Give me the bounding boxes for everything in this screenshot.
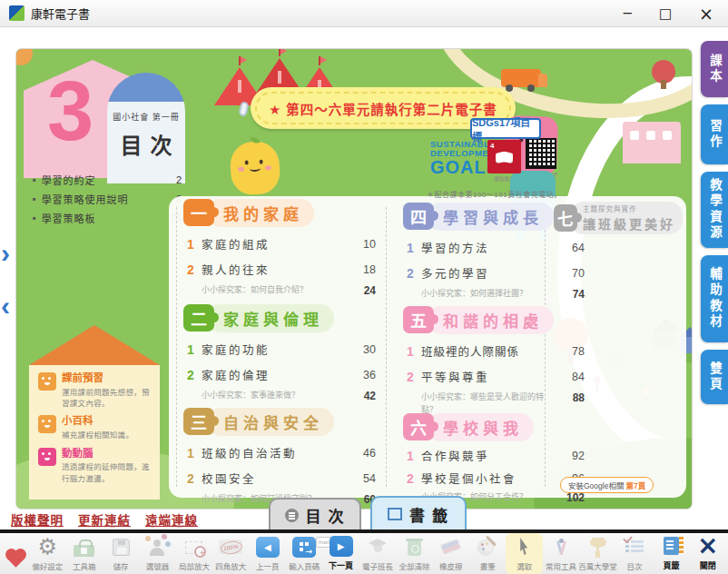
corner-zoom-icon: 100% — [219, 539, 242, 554]
tab-workbook[interactable]: 習作 — [701, 104, 728, 164]
front-matter-item[interactable]: 學習的約定 2 — [33, 173, 182, 187]
toolbar-eraser[interactable]: 橡皮擦 — [433, 533, 469, 574]
toolbar-corner-zoom[interactable]: 100% 四角放大 — [212, 533, 249, 574]
preview-mascot-icon — [38, 372, 56, 391]
toc-entry[interactable]: 1 班級的自治活動 46 — [183, 444, 376, 461]
bookmark-icon — [388, 508, 402, 520]
front-matter-label: 學習策略板 — [42, 211, 96, 225]
unit-number-badge: 三 — [183, 408, 214, 435]
toc-entry[interactable]: 2 多元的學習 70 — [403, 264, 585, 282]
notebook-tabs-icon — [664, 537, 679, 555]
sdg4-education-tile: 4 — [487, 140, 521, 173]
legend-title: 動動腦 — [62, 448, 151, 460]
toc-entry[interactable]: 1 家庭的組成 10 — [183, 235, 376, 252]
tab-bookmarks[interactable]: 書籤 — [370, 496, 467, 530]
toc-entry[interactable]: 2 平等與尊重 84 — [403, 368, 585, 385]
toolbar-page-input[interactable]: menu 輸入頁碼 — [286, 533, 322, 574]
entry-number: 2 — [187, 262, 202, 277]
toolbar-pen[interactable]: 畫筆 — [469, 533, 506, 574]
flag-icon — [239, 56, 241, 65]
toolbar-prev-page[interactable]: ◀ 上一頁 — [250, 533, 286, 574]
grade-number: 3 — [47, 69, 93, 153]
entry-page: 102 — [557, 491, 585, 504]
toc-entry-explorer[interactable]: 小小探究家：如何自我介紹？ 24 — [183, 284, 376, 297]
tab-textbook[interactable]: 課本 — [701, 41, 728, 97]
entry-page: 78 — [557, 345, 585, 358]
toolbar-class-leader[interactable]: 電子班長 — [359, 533, 396, 574]
entry-number: 2 — [407, 471, 421, 486]
tab-label: 書籤 — [409, 503, 455, 526]
front-matter-item[interactable]: 學習策略使用說明 6 — [33, 192, 182, 206]
book-page: 3 上 國小社會 第一冊 目次 ★ 第四～六單元請執行第二片電子書 SDGs17… — [16, 49, 692, 509]
toolbar-preferences[interactable]: ⚙ 偏好設定 — [29, 533, 65, 574]
toc-entry-explorer[interactable]: 小小探究家：家事誰來做？ 42 — [183, 390, 376, 402]
entry-number: 2 — [187, 471, 202, 486]
toolbar-select[interactable]: 選取 — [506, 533, 542, 574]
tab-table-of-contents[interactable]: 目次 — [269, 498, 361, 530]
toc-entry[interactable]: 2 家庭的倫理 36 — [183, 366, 376, 383]
toc-entry-explorer[interactable]: 小小探究家：如何選擇社團？ 74 — [403, 288, 585, 301]
minimize-button[interactable]: ─ — [624, 0, 632, 27]
toolbar-red-marker[interactable] — [2, 533, 29, 574]
toolbar-close[interactable]: × 關閉 — [690, 533, 726, 574]
entry-number: 1 — [407, 449, 421, 463]
tab-supplementary-materials[interactable]: 輔助教材 — [701, 255, 728, 342]
unit-title: 學校與我 — [443, 421, 523, 438]
unit-number-badge: 七 — [554, 204, 577, 232]
brainstorm-mascot-icon — [38, 448, 56, 466]
unit-number-badge: 四 — [403, 203, 434, 230]
copyright-link[interactable]: 版權聲明 — [11, 510, 64, 529]
trash-icon — [408, 541, 421, 556]
toc-entry[interactable]: 2 學校是個小社會 96 — [403, 470, 585, 487]
chevron-left-icon[interactable]: ‹ — [1, 292, 15, 320]
legend-title: 課前預習 — [62, 372, 151, 385]
legend-desc: 補充課程相關知識。 — [62, 430, 133, 440]
unit-number-badge: 五 — [403, 306, 434, 333]
truck — [501, 69, 541, 87]
maximize-button[interactable]: □ — [659, 0, 672, 27]
entry-title: 親人的往來 — [202, 261, 349, 278]
toolbar-common-tools[interactable]: 常用工具 — [543, 533, 579, 574]
remote-connection-link[interactable]: 遠端連線 — [145, 510, 198, 529]
entry-page: 36 — [349, 369, 376, 381]
entry-title: 家庭的組成 — [202, 235, 349, 252]
toc-entry[interactable]: 1 合作與競爭 92 — [403, 447, 585, 464]
entry-page: 88 — [557, 391, 585, 404]
toc-entry[interactable]: 2 校園安全 54 — [183, 470, 376, 487]
tab-teaching-resources[interactable]: 教學資源 — [701, 172, 728, 248]
update-link[interactable]: 更新連結 — [78, 510, 131, 529]
badge-page-ref: 第7頁 — [625, 480, 645, 490]
entry-page: 84 — [557, 371, 585, 383]
toolbar-clear-all[interactable]: 全部清除 — [396, 533, 432, 574]
toolbar-quiz-game[interactable]: 百萬大學堂 — [579, 533, 615, 574]
toolbar-page-tabs[interactable]: 頁籤 — [653, 533, 689, 574]
sdgs-goals-button[interactable]: SDGs17項目標 — [470, 118, 541, 139]
unit-block-5: 五 和諧的相處 1 班級裡的人際關係 78 2 平等與尊重 84 小小探究家：哪… — [403, 305, 585, 416]
unit-title: 和諧的相處 — [443, 313, 543, 331]
front-matter-item[interactable]: 學習策略板 25 — [33, 211, 182, 225]
list-icon — [625, 539, 644, 555]
toolbar-save[interactable]: 儲存 — [103, 533, 139, 574]
toc-entry[interactable]: 1 班級裡的人際關係 78 — [403, 342, 585, 360]
entry-page: 42 — [349, 390, 376, 402]
entry-number: 2 — [407, 370, 421, 384]
chevron-right-icon[interactable]: › — [1, 240, 15, 267]
google-install-badge[interactable]: 安裝Google相關 第7頁 — [560, 477, 654, 493]
tab-double-page[interactable]: 雙頁 — [701, 350, 728, 404]
toolbar-toc[interactable]: 目次 — [616, 533, 653, 574]
entry-number: 1 — [407, 241, 421, 255]
toolbar-number-picker[interactable]: 選號器 — [139, 533, 175, 574]
entry-number: 1 — [187, 342, 202, 357]
toc-entry[interactable]: 1 學習的方法 64 — [403, 239, 585, 256]
close-window-button[interactable]: × — [699, 0, 713, 27]
title-bar: 康軒電子書 ─ □ × — [0, 0, 728, 27]
toolbar-partial-zoom[interactable]: 局部放大 — [176, 533, 212, 574]
legend-item: 課前預習 運用課前問題先想想，預習課文內容。 — [38, 372, 151, 409]
flag-icon — [319, 56, 320, 65]
toc-entry[interactable]: 1 家庭的功能 30 — [183, 341, 376, 358]
toolbar-toolbox[interactable]: 工具箱 — [65, 533, 102, 574]
toc-entry[interactable]: 2 親人的往來 18 — [183, 261, 376, 278]
front-matter-list: 學習的約定 2 學習策略使用說明 6 學習策略板 25 — [33, 173, 182, 230]
entry-number: 1 — [407, 344, 421, 359]
unit-block-7: 七 主題探究與實作 讓班級更美好 — [554, 203, 683, 233]
